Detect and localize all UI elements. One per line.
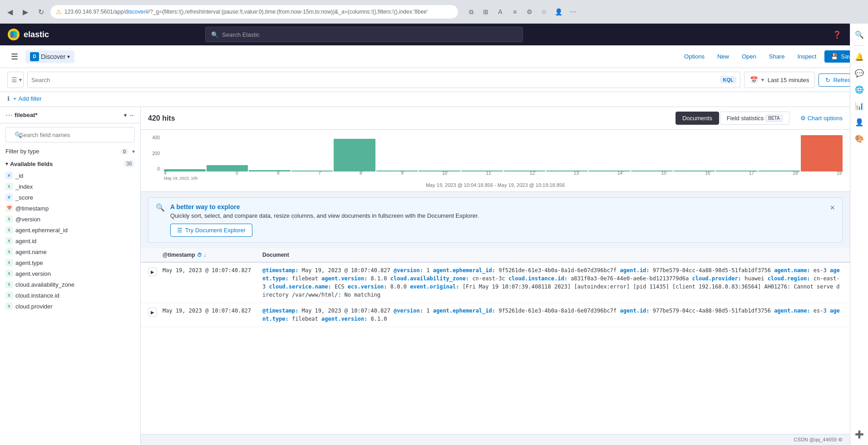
field-name: @timestamp — [15, 205, 49, 212]
chart-x-label: 7' — [318, 171, 321, 181]
share-button[interactable]: Share — [764, 50, 789, 63]
url-host: 123.60.146.97 — [64, 9, 99, 15]
timestamp-sort-icon[interactable]: ⏱ — [197, 252, 202, 258]
data-view-picker[interactable]: ☰ ▾ — [7, 72, 24, 88]
field-item[interactable]: t agent.id — [0, 235, 140, 246]
filter-type-chevron[interactable]: ▾ — [132, 148, 135, 155]
field-name: _score — [15, 194, 33, 201]
field-name: cloud.availability_zone — [15, 281, 74, 288]
table-row: ▶ May 19, 2023 @ 10:07:40.827 @timestamp… — [141, 263, 850, 303]
chart-options-icon: ⚙ — [800, 115, 806, 122]
filter-count-badge: 0 — [120, 148, 128, 155]
field-item[interactable]: t agent.version — [0, 268, 140, 279]
chart-options-button[interactable]: ⚙ Chart options — [800, 115, 843, 122]
right-sidebar-plus-btn[interactable]: ➕ — [852, 427, 867, 441]
search-input[interactable] — [31, 77, 716, 83]
add-filter-button[interactable]: + Add filter — [13, 95, 42, 102]
chart-y-label-0: 0 — [157, 166, 160, 171]
read-btn[interactable]: ≡ — [508, 5, 521, 18]
inspect-button[interactable]: Inspect — [793, 50, 821, 63]
field-item[interactable]: 📅 @timestamp — [0, 203, 140, 214]
right-sidebar-chart-btn[interactable]: 📊 — [852, 98, 867, 113]
right-sidebar-search-btn[interactable]: 🔍 — [852, 27, 867, 42]
filter-info-icon[interactable]: ℹ — [7, 95, 10, 102]
favorites-btn[interactable]: ☆ — [538, 5, 550, 18]
field-item[interactable]: t agent.type — [0, 257, 140, 268]
bottom-bar: CSDN @qq_44659 ⚙ — [141, 434, 850, 445]
index-pattern-chevron[interactable]: ▾ — [124, 112, 127, 118]
options-button[interactable]: Options — [680, 50, 709, 63]
expand-row-button[interactable]: ▶ — [148, 267, 157, 276]
index-pattern-menu-icon[interactable]: ⋯ — [5, 111, 13, 119]
field-item[interactable]: t _index — [0, 181, 140, 192]
browser-settings-btn[interactable]: ⚙ — [523, 5, 536, 18]
field-item[interactable]: t cloud.instance.id — [0, 290, 140, 301]
right-sidebar-palette-btn[interactable]: 🎨 — [852, 131, 867, 146]
td-expand: ▶ — [148, 307, 163, 317]
field-type-icon: 📅 — [5, 205, 13, 212]
field-item[interactable]: t agent.name — [0, 246, 140, 257]
hamburger-button[interactable]: ☰ — [7, 49, 22, 64]
field-statistics-tab[interactable]: Field statistics BETA — [720, 112, 789, 125]
profile-btn[interactable]: 👤 — [552, 5, 565, 18]
forward-button[interactable]: ▶ — [19, 5, 32, 18]
field-item[interactable]: # _id — [0, 170, 140, 181]
address-bar[interactable]: ⚠ 123.60.146.97:5601/app/discover#/?_g=(… — [50, 5, 459, 19]
back-button[interactable]: ◀ — [4, 5, 16, 18]
apps-btn[interactable]: ⊞ — [479, 5, 492, 18]
global-search-bar[interactable]: 🔍 Search Elastic — [205, 27, 523, 42]
tab-switch-btn[interactable]: ⧉ — [465, 5, 478, 18]
elastic-logo[interactable]: elastic — [7, 28, 49, 41]
chart-x-label: 17' — [749, 171, 755, 181]
field-item[interactable]: t @version — [0, 214, 140, 225]
kql-badge[interactable]: KQL — [720, 76, 736, 83]
available-fields-header[interactable]: ▾ Available fields 36 — [0, 158, 140, 170]
index-pattern-arrow-icon[interactable]: ↔ — [128, 112, 135, 119]
document-explorer-label: Try Document Explorer — [185, 227, 246, 234]
right-sidebar-globe-btn[interactable]: 🌐 — [852, 82, 867, 97]
timestamp-sort-down-icon[interactable]: ↓ — [204, 252, 207, 258]
field-item[interactable]: t agent.ephemeral_id — [0, 225, 140, 235]
right-sidebar-notification-btn[interactable]: 🔔 — [852, 49, 867, 64]
documents-tab[interactable]: Documents — [676, 112, 719, 125]
document-explorer-icon: ☰ — [177, 227, 182, 234]
calendar-icon: 📅 — [750, 76, 758, 83]
right-sidebar: 🔍 🔔 💬 🌐 📊 👤 🎨 ➕ — [850, 24, 868, 445]
open-button[interactable]: Open — [737, 50, 761, 63]
new-button[interactable]: New — [713, 50, 734, 63]
time-picker[interactable]: 📅 ▾ Last 15 minutes — [744, 72, 815, 88]
field-item[interactable]: t cloud.provider — [0, 301, 140, 312]
try-document-explorer-button[interactable]: ☰ Try Document Explorer — [170, 224, 252, 237]
field-name: agent.type — [15, 259, 43, 266]
help-icon-btn[interactable]: ❓ — [830, 27, 844, 42]
expand-row-button[interactable]: ▶ — [148, 308, 157, 317]
discover-tab[interactable]: D Discover ▾ — [25, 50, 74, 63]
td-timestamp: May 19, 2023 @ 10:07:40.827 — [163, 266, 262, 274]
index-pattern-label: filebeat* — [15, 112, 122, 118]
field-item[interactable]: t cloud.availability_zone — [0, 279, 140, 290]
time-chevron: ▾ — [761, 77, 764, 83]
right-sidebar-user-btn[interactable]: 👤 — [852, 115, 867, 129]
chart-options-label: Chart options — [808, 115, 843, 122]
translate-btn[interactable]: A — [494, 5, 507, 18]
filter-bar: ℹ + Add filter — [0, 92, 868, 107]
promo-close-button[interactable]: × — [830, 203, 835, 213]
discover-tab-label: Discover — [41, 53, 65, 60]
promo-content: A better way to explore Quickly sort, se… — [170, 203, 824, 237]
fields-list: # _id t _index # _score 📅 @timestamp t — [0, 170, 140, 445]
field-type-icon: t — [5, 303, 13, 310]
chart-x-labels: 4'May 19, 2023, 10h 5' 6' 7' 8' 9' 10' 1… — [164, 171, 843, 181]
doc-field-highlight: @timestamp: — [262, 267, 298, 274]
field-item[interactable]: # _score — [0, 192, 140, 203]
add-filter-label: Add filter — [19, 95, 42, 102]
right-sidebar-chat-btn[interactable]: 💬 — [852, 66, 867, 80]
search-fields-input[interactable] — [5, 127, 135, 142]
search-placeholder: Search Elastic — [222, 31, 260, 38]
more-btn[interactable]: ⋯ — [567, 5, 579, 18]
chart-bar-red[interactable] — [801, 135, 843, 171]
chart-y-labels: 400 200 0 — [148, 135, 162, 171]
browser-chrome: ◀ ▶ ↻ ⚠ 123.60.146.97:5601/app/discover#… — [0, 0, 868, 24]
reload-button[interactable]: ↻ — [35, 5, 47, 18]
chart-bar[interactable] — [334, 139, 375, 171]
main-layout: ⋯ filebeat* ▾ ↔ 🔍 Filter by type 0 ▾ ▾ A… — [0, 107, 850, 445]
